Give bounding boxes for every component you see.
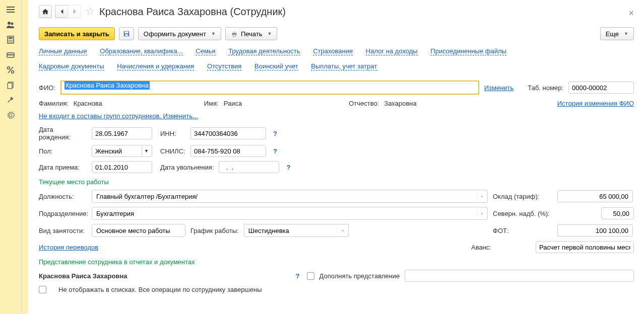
surname-label: Фамилия: <box>39 100 69 107</box>
inn-input[interactable] <box>190 127 266 139</box>
save-button[interactable] <box>119 27 134 40</box>
svg-point-4 <box>11 23 14 25</box>
transfers-history-link[interactable]: История переводов <box>39 244 98 251</box>
people-icon[interactable] <box>0 17 21 32</box>
tab-education[interactable]: Образование, квалифика... <box>100 47 182 55</box>
chevron-down-icon[interactable]: ▼ <box>142 145 151 156</box>
patronymic-value: Захаровна <box>384 100 416 107</box>
salary-label: Оклад (тариф): <box>493 193 553 200</box>
tab-payments[interactable]: Выплаты, учет затрат <box>311 62 377 70</box>
change-fio-link[interactable]: Изменить <box>484 84 514 92</box>
repr-section-title: Представление сотрудника в отчетах и док… <box>39 258 634 266</box>
fot-input[interactable] <box>557 224 633 237</box>
svg-point-16 <box>12 71 14 73</box>
left-sidebar <box>0 0 22 314</box>
help-repr-icon[interactable]: ? <box>294 272 302 280</box>
advance-input[interactable] <box>536 241 634 253</box>
picker-icon[interactable]: ▫ <box>476 193 487 199</box>
tab-family[interactable]: Семья <box>196 47 215 55</box>
emp-type-input[interactable] <box>92 224 185 237</box>
groups-link[interactable]: Не входит в составы групп сотрудников. И… <box>39 112 198 120</box>
issue-document-button[interactable]: Оформить документ▼ <box>138 27 221 40</box>
tab-tax[interactable]: Налог на доходы <box>366 47 418 55</box>
tab-military[interactable]: Воинский учет <box>254 62 298 70</box>
tab-number-label: Таб. номер: <box>528 84 563 92</box>
tab-number-input[interactable] <box>568 82 634 94</box>
emp-type-label: Вид занятости: <box>39 227 87 234</box>
supplement-label: Дополнять представление <box>319 272 400 280</box>
back-button[interactable] <box>55 5 68 18</box>
tab-personal[interactable]: Личные данные <box>39 47 87 55</box>
percent-icon[interactable] <box>0 62 21 77</box>
svg-rect-14 <box>7 54 14 55</box>
tabs-row-1: Личные данные Образование, квалифика... … <box>39 47 634 58</box>
help-fire-icon[interactable]: ? <box>284 164 292 171</box>
tab-hr-docs[interactable]: Кадровые документы <box>39 62 104 70</box>
svg-rect-0 <box>7 7 15 8</box>
docs-icon[interactable] <box>0 77 21 93</box>
schedule-input[interactable]: ▫ <box>244 224 349 237</box>
tab-labor[interactable]: Трудовая деятельность <box>228 47 300 55</box>
fire-date-input[interactable] <box>219 161 279 173</box>
position-input[interactable]: ▫ <box>92 190 488 203</box>
supplement-input[interactable] <box>405 270 634 282</box>
home-button[interactable] <box>39 5 52 18</box>
yellow-stripe <box>22 0 29 314</box>
snils-input[interactable] <box>190 145 266 157</box>
svg-rect-2 <box>7 12 15 13</box>
advance-label: Аванс: <box>471 244 532 251</box>
help-inn-icon[interactable]: ? <box>271 130 279 137</box>
favorite-star-icon[interactable]: ☆ <box>85 5 95 18</box>
surname-value: Краснова <box>74 100 102 107</box>
print-button[interactable]: Печать▼ <box>225 27 278 40</box>
patronymic-label: Отчество: <box>349 100 379 107</box>
main-content: × ☆ Краснова Раиса Захаровна (Сотрудник)… <box>29 0 644 314</box>
svg-point-3 <box>8 22 11 25</box>
sex-select[interactable]: ▼ <box>92 145 152 157</box>
calculator-icon[interactable] <box>0 32 21 47</box>
firstname-label: Имя: <box>204 100 219 107</box>
forward-button[interactable] <box>68 5 81 18</box>
help-snils-icon[interactable]: ? <box>271 147 279 155</box>
repr-name: Краснова Раиса Захаровна <box>39 272 127 280</box>
tabs-row-2: Кадровые документы Начисления и удержани… <box>39 62 634 73</box>
inn-label: ИНН: <box>160 130 185 137</box>
supplement-checkbox[interactable] <box>307 272 314 280</box>
hide-label: Не отображать в списках. Все операции по… <box>58 286 262 293</box>
hire-date-input[interactable] <box>92 161 152 173</box>
tab-insurance[interactable]: Страхование <box>313 47 353 55</box>
card-icon[interactable] <box>0 47 21 62</box>
north-label: Северн. надб. (%): <box>493 210 553 217</box>
dept-label: Подразделение: <box>39 210 87 217</box>
tab-files[interactable]: Присоединенные файлы <box>430 47 506 55</box>
dob-input[interactable] <box>92 127 152 139</box>
snils-label: СНИЛС: <box>160 147 185 155</box>
menu-icon[interactable] <box>0 2 21 17</box>
svg-rect-1 <box>7 9 15 10</box>
dob-label: Дата рождения: <box>39 126 87 141</box>
more-button[interactable]: Еще▼ <box>600 27 634 40</box>
close-icon[interactable]: × <box>628 8 634 19</box>
fio-history-link[interactable]: История изменения ФИО <box>557 100 634 107</box>
picker-icon[interactable]: ▫ <box>476 210 487 216</box>
page-title: Краснова Раиса Захаровна (Сотрудник) <box>99 6 286 18</box>
north-input[interactable] <box>601 207 634 219</box>
wrench-icon[interactable] <box>0 93 21 108</box>
work-section-title: Текущее место работы <box>39 178 634 186</box>
fio-label: ФИО: <box>39 84 55 92</box>
hide-checkbox[interactable] <box>39 286 46 293</box>
picker-icon[interactable]: ▫ <box>337 227 348 233</box>
tab-absences[interactable]: Отсутствия <box>207 62 241 70</box>
svg-point-12 <box>12 41 13 42</box>
salary-input[interactable] <box>557 190 633 202</box>
svg-point-11 <box>10 41 11 42</box>
firstname-value: Раиса <box>224 100 242 107</box>
hire-date-label: Дата приема: <box>39 164 87 171</box>
dept-input[interactable]: ▫ <box>92 207 488 220</box>
svg-point-10 <box>9 41 10 42</box>
tab-accruals[interactable]: Начисления и удержания <box>117 62 194 70</box>
save-close-button[interactable]: Записать и закрыть <box>39 27 115 40</box>
gear-icon[interactable] <box>0 108 21 123</box>
fio-input[interactable]: Краснова Раиса Захаровна <box>60 81 479 95</box>
svg-rect-21 <box>124 32 128 34</box>
